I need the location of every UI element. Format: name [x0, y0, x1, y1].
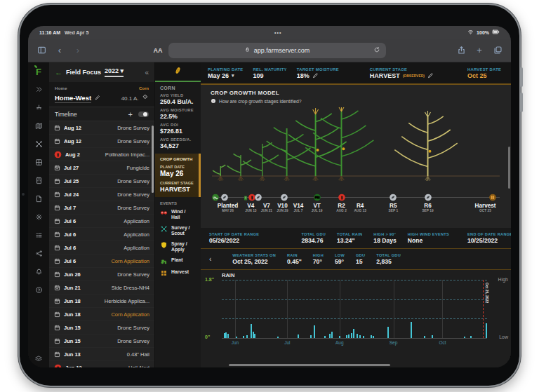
calendar-icon [54, 351, 60, 358]
weather-stat: HIGH70° [313, 253, 324, 265]
selected-date-marker-label: Oct 25, 2022 [485, 283, 489, 303]
back-icon[interactable]: ‹ [53, 44, 66, 57]
rain-bar [251, 324, 252, 338]
wind-hail-icon [160, 209, 168, 217]
header-field[interactable]: HARVEST DATE Oct 25 [467, 67, 501, 79]
date-range-stats-row: START OF DATE RANGE05/26/2022 TOTAL GDU2… [201, 228, 511, 249]
growth-stages-help-link[interactable]: i How are crop growth stages identified? [211, 98, 302, 104]
pencil-icon[interactable] [312, 72, 319, 79]
entry-label: Pollination Impac... [87, 151, 149, 158]
svg-text:!: ! [57, 151, 58, 156]
status-bar: 11:16 AM Wed Apr 5 ••• 100% [28, 26, 511, 39]
timeline-entry[interactable]: Jul 7 Drone Survey [49, 201, 154, 215]
drone-icon[interactable] [33, 140, 44, 149]
event-legend-item[interactable]: Wind /Hail [160, 209, 196, 221]
new-tab-icon[interactable]: + [473, 44, 486, 57]
timeline-entry[interactable]: Jul 6 Application [49, 215, 154, 228]
reload-icon[interactable] [373, 46, 380, 55]
timeline-entry[interactable]: Jul 6 Corn Application [49, 255, 154, 268]
crop-type-label: Corn [121, 86, 149, 90]
timeline-entry[interactable]: Jul 6 Application [49, 241, 154, 255]
timeline-entry[interactable]: Jun 26 Drone Survey [49, 268, 154, 281]
timeline-entry[interactable]: ! Jun 12 Hail Alert [49, 361, 154, 367]
stage-labels: PlantedMAY 26 V4JUN 13 V7JUN 21 V10JUN 2… [212, 203, 500, 221]
list-icon[interactable] [33, 231, 44, 240]
event-legend-item[interactable]: Survey /Scout [160, 225, 196, 237]
timeline-entry[interactable]: Jun 13 0.48" Hail [49, 348, 154, 361]
pencil-icon[interactable] [427, 72, 434, 79]
expand-rail-icon[interactable] [33, 85, 44, 94]
header-field[interactable]: TARGET MOISTURE 18% [297, 67, 339, 79]
main-vertical-scrollbar[interactable] [508, 147, 510, 189]
timeline-entry[interactable]: Jun 15 Drone Survey [49, 321, 154, 334]
prev-day-chevron[interactable]: ‹ [209, 255, 211, 263]
timeline-entry[interactable]: Jun 18 Corn Application [49, 308, 154, 321]
calendar-icon [54, 245, 60, 251]
header-field[interactable]: REL. MATURITY 109 [253, 67, 287, 79]
entry-label: 0.48" Hail [86, 351, 149, 358]
stage-label-planted: PlantedMAY 26 [218, 203, 239, 212]
header-field[interactable]: PLANTING DATE May 26 ▾ [208, 67, 244, 79]
layers-icon[interactable] [33, 354, 44, 363]
timeline-entry[interactable]: Aug 12 Drone Survey [49, 121, 154, 135]
gear-icon[interactable] [33, 212, 44, 222]
back-arrow-icon[interactable]: ← [55, 68, 62, 76]
forward-icon[interactable]: › [72, 44, 84, 57]
volume-button-1 [520, 67, 523, 87]
help-icon[interactable] [33, 285, 44, 295]
reader-button[interactable]: AA [154, 47, 163, 54]
weather-stat: RAIN0.45" [287, 253, 302, 265]
entry-date: Aug 12 [64, 125, 82, 131]
year-dropdown[interactable]: 2022 ▾ [105, 67, 124, 77]
timeline-entry[interactable]: Jun 18 Herbicide Applica... [49, 295, 154, 308]
rain-bar [486, 323, 487, 338]
share-icon[interactable] [455, 44, 467, 57]
timeline-entry[interactable]: Jun 15 Drone Survey [49, 334, 154, 348]
calendar-alt-icon [54, 298, 60, 304]
timeline-entry[interactable]: Jul 25 Drone Survey [49, 175, 154, 188]
timeline-entry[interactable]: Jun 21 Side Dress-NH4 [49, 281, 154, 295]
timeline-toggle[interactable] [138, 111, 149, 117]
calculator-icon[interactable] [33, 176, 44, 185]
crop-growth-box[interactable]: CROP GROWTH PLANT DATE May 26 CURRENT ST… [155, 154, 201, 197]
chevron-down-icon: ▾ [232, 73, 234, 79]
timeline-entry[interactable]: Jul 27 Fungicide [49, 161, 154, 175]
timeline-entry[interactable]: Aug 12 Drone Survey [49, 135, 154, 148]
tabs-icon[interactable] [491, 44, 504, 57]
event-legend-item[interactable]: Plant [160, 257, 196, 265]
field-card[interactable]: Home Home-West Corn 40.1 A. [49, 82, 154, 107]
timeline-scrollbar[interactable] [152, 126, 154, 193]
bell-icon[interactable] [33, 267, 44, 276]
add-event-button[interactable]: + [128, 110, 133, 119]
entry-label: Application [86, 231, 149, 238]
horizontal-scrollbar[interactable] [229, 364, 390, 366]
entry-label: Drone Survey [86, 191, 149, 198]
corn-tab[interactable] [155, 62, 201, 82]
farmserver-logo[interactable]: F [36, 67, 41, 77]
sidebar-toggle-icon[interactable] [35, 44, 48, 57]
timeline-entry[interactable]: ! Aug 2 Pollination Impac... [49, 148, 154, 161]
map-icon[interactable] [33, 121, 44, 130]
timeline-entry[interactable]: Jul 6 Application [49, 228, 154, 241]
event-legend-item[interactable]: Harvest [160, 269, 196, 277]
entry-date: Jul 25 [64, 178, 82, 184]
timeline-entry[interactable]: Jul 24 Drone Survey [49, 188, 154, 201]
grid-icon[interactable] [33, 158, 44, 167]
document-icon[interactable] [33, 194, 44, 203]
calendar-icon [54, 178, 60, 184]
entry-date: Jun 18 [64, 311, 82, 318]
crop-stat: AVG YIELD250.4 Bu/A. [160, 93, 196, 105]
field-acres: 40.1 A. [121, 95, 139, 102]
edit-field-icon[interactable] [95, 96, 100, 101]
address-bar[interactable]: app.farmserver.com [168, 43, 386, 58]
header-field[interactable]: CURRENT STAGE HARVEST (OBSERVED) [370, 67, 434, 79]
network-icon[interactable] [33, 249, 44, 258]
timeline-list[interactable]: Aug 12 Drone Survey Aug 12 Drone Survey … [49, 121, 154, 367]
rain-bar [411, 322, 412, 338]
crop-title: CORN [160, 86, 196, 90]
stage-label-r4: R4AUG 13 [354, 203, 366, 212]
month-gridline [442, 280, 443, 338]
event-legend-item[interactable]: Spray /Apply [160, 241, 196, 253]
planter-icon[interactable] [33, 103, 44, 112]
collapse-panel-icon[interactable]: « [145, 69, 149, 76]
